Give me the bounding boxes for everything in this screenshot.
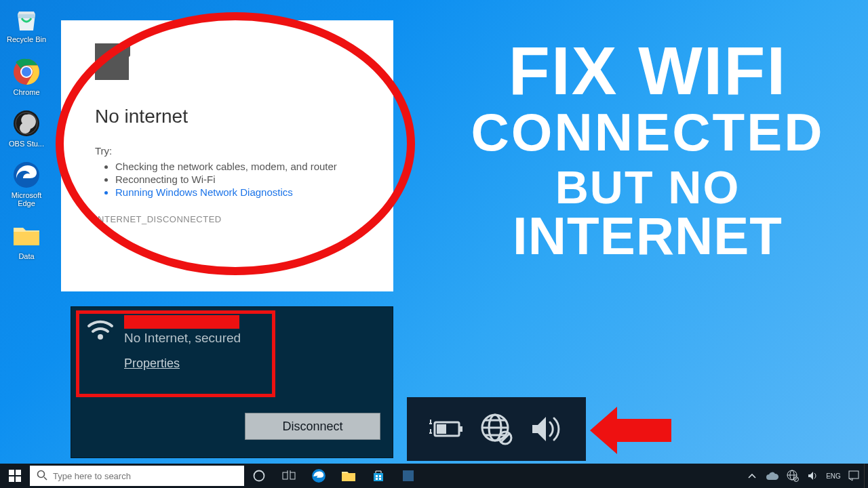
svg-rect-15	[9, 476, 14, 482]
desktop-icon-obs[interactable]: OBS Stu...	[4, 108, 49, 148]
wifi-ssid-redacted	[124, 315, 239, 329]
tray-volume-icon[interactable]	[803, 464, 823, 488]
headline-line-3: BUT NO	[448, 163, 848, 211]
desktop-icon-label: OBS Stu...	[4, 140, 49, 148]
headline-line-1: FIX WIFI	[448, 35, 848, 106]
error-code: INTERNET_DISCONNECTED	[95, 214, 359, 224]
wifi-icon	[86, 317, 115, 344]
edge-icon	[12, 160, 41, 190]
headline-text: FIX WIFI CONNECTED BUT NO INTERNET	[448, 35, 848, 264]
show-desktop-button[interactable]	[864, 464, 868, 488]
svg-rect-19	[283, 472, 288, 479]
tray-notifications-icon[interactable]	[844, 464, 864, 488]
search-input[interactable]	[53, 471, 237, 481]
svg-rect-23	[379, 475, 381, 477]
recycle-bin-icon	[12, 4, 41, 34]
taskbar-file-explorer[interactable]	[334, 464, 363, 488]
headline-line-2: CONNECTED	[448, 105, 848, 161]
desktop-icon-label: Chrome	[4, 88, 49, 96]
task-view-button[interactable]	[274, 464, 304, 488]
try-label: Try:	[95, 145, 359, 157]
suggestion-list: Checking the network cables, modem, and …	[115, 161, 359, 198]
wifi-properties-link[interactable]: Properties	[124, 357, 241, 371]
chrome-icon	[12, 57, 41, 87]
taskbar-app[interactable]	[393, 464, 423, 488]
no-internet-heading: No internet	[95, 106, 359, 127]
chrome-dino-icon	[95, 43, 129, 80]
battery-charging-icon	[428, 411, 465, 447]
desktop-icon-label: Recycle Bin	[4, 35, 49, 43]
headline-line-4: INTERNET	[448, 209, 848, 264]
wifi-status: No Internet, secured	[124, 330, 241, 357]
wifi-flyout: No Internet, secured Properties Disconne…	[71, 306, 393, 458]
chrome-no-internet-panel: No internet Try: Checking the network ca…	[61, 20, 393, 291]
suggestion-item: Checking the network cables, modem, and …	[115, 161, 359, 172]
taskbar: ENG	[0, 464, 868, 488]
annotation-red-arrow	[590, 407, 671, 457]
svg-rect-22	[376, 475, 378, 477]
svg-rect-13	[9, 470, 14, 475]
start-button[interactable]	[0, 464, 30, 488]
cortana-button[interactable]	[244, 464, 274, 488]
svg-point-17	[38, 470, 45, 477]
system-tray: ENG	[742, 464, 868, 488]
network-diagnostics-link[interactable]: Running Windows Network Diagnostics	[115, 186, 359, 198]
desktop-icon-chrome[interactable]: Chrome	[4, 57, 49, 96]
desktop-icon-data[interactable]: Data	[4, 221, 49, 260]
svg-rect-26	[403, 470, 414, 481]
tray-chevron-up-icon[interactable]	[742, 464, 762, 488]
obs-icon	[12, 108, 41, 138]
volume-icon	[528, 411, 565, 447]
search-box[interactable]	[30, 466, 244, 486]
svg-rect-9	[437, 424, 446, 434]
svg-point-6	[98, 334, 103, 340]
svg-rect-20	[290, 472, 295, 479]
desktop-icon-label: Data	[4, 252, 49, 260]
folder-icon	[12, 221, 41, 251]
svg-rect-24	[376, 478, 378, 480]
taskbar-store[interactable]	[363, 464, 393, 488]
svg-rect-30	[849, 471, 859, 479]
disconnect-button[interactable]: Disconnect	[245, 413, 380, 440]
desktop-icon-recycle-bin[interactable]: Recycle Bin	[4, 4, 49, 43]
taskbar-edge[interactable]	[304, 464, 334, 488]
suggestion-item: Reconnecting to Wi-Fi	[115, 174, 359, 185]
systray-zoom	[407, 397, 586, 461]
desktop-icon-edge[interactable]: Microsoft Edge	[4, 160, 49, 207]
tray-language[interactable]: ENG	[823, 464, 844, 488]
svg-rect-16	[16, 476, 21, 482]
svg-rect-14	[16, 470, 21, 475]
svg-rect-25	[379, 478, 381, 480]
svg-point-2	[22, 67, 31, 77]
tray-onedrive-icon[interactable]	[762, 464, 783, 488]
tray-network-icon[interactable]	[783, 464, 803, 488]
search-icon	[37, 470, 47, 483]
desktop-icon-label: Microsoft Edge	[4, 191, 49, 207]
globe-no-internet-icon	[478, 411, 515, 447]
svg-rect-8	[459, 426, 462, 432]
svg-point-18	[254, 471, 264, 481]
